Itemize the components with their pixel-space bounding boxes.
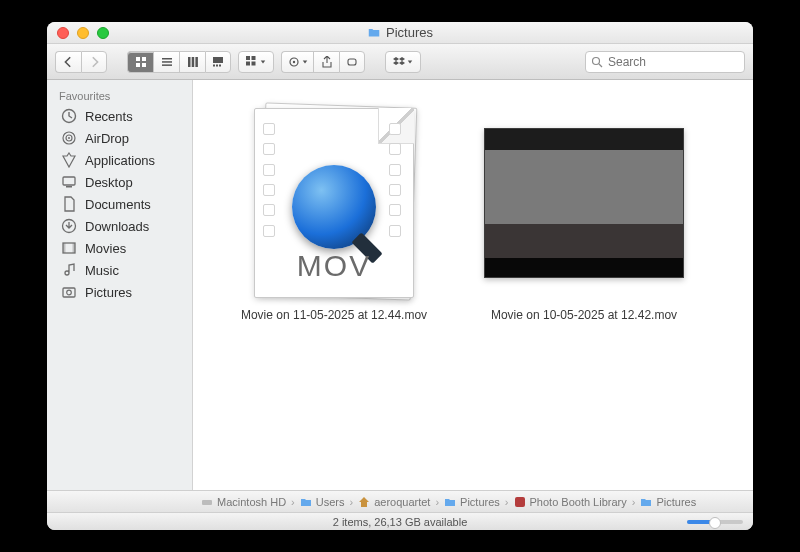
view-icon-button[interactable] [127, 51, 153, 73]
crumb-label: Pictures [656, 496, 696, 508]
movie-icon [61, 240, 77, 256]
sidebar-item-label: Music [85, 263, 119, 278]
share-button[interactable] [313, 51, 339, 73]
arrange-button[interactable] [238, 51, 274, 73]
nav-group [55, 51, 107, 73]
sidebar-header: Favourites [47, 86, 192, 105]
view-gallery-button[interactable] [205, 51, 231, 73]
sidebar-item-movies[interactable]: Movies [47, 237, 192, 259]
file-item[interactable]: Movie on 10-05-2025 at 12.42.mov [479, 108, 689, 322]
view-column-button[interactable] [179, 51, 205, 73]
search-input[interactable] [585, 51, 745, 73]
crumb-label: Pictures [460, 496, 500, 508]
sidebar-item-label: Recents [85, 109, 133, 124]
svg-rect-12 [216, 64, 218, 66]
apps-icon [61, 152, 77, 168]
sidebar-item-music[interactable]: Music [47, 259, 192, 281]
svg-rect-7 [188, 57, 191, 67]
content-area[interactable]: MOV Movie on 11-05-2025 at 12.44.mov Mov… [193, 80, 753, 490]
action-button[interactable] [281, 51, 313, 73]
svg-rect-35 [202, 500, 212, 505]
svg-line-22 [599, 64, 602, 67]
doc-icon [61, 196, 77, 212]
svg-rect-9 [195, 57, 198, 67]
crumb-label: aeroquartet [374, 496, 430, 508]
forward-button[interactable] [81, 51, 107, 73]
folder-icon [367, 26, 381, 40]
minimize-button[interactable] [77, 27, 89, 39]
back-button[interactable] [55, 51, 81, 73]
video-thumbnail [484, 128, 684, 278]
svg-point-34 [67, 290, 72, 295]
crumb-label: Macintosh HD [217, 496, 286, 508]
quicktime-icon [292, 165, 376, 249]
app-icon [514, 496, 526, 508]
svg-rect-4 [162, 58, 172, 60]
dropbox-button[interactable] [385, 51, 421, 73]
status-text: 2 items, 26,13 GB available [333, 516, 468, 528]
download-icon [61, 218, 77, 234]
sidebar-item-downloads[interactable]: Downloads [47, 215, 192, 237]
pictures-icon [61, 284, 77, 300]
svg-rect-15 [252, 56, 256, 60]
svg-rect-20 [348, 59, 356, 65]
svg-rect-33 [63, 288, 75, 297]
svg-rect-0 [136, 57, 140, 61]
path-crumb[interactable]: Users [298, 496, 347, 508]
svg-rect-27 [63, 177, 75, 185]
disk-icon [201, 496, 213, 508]
sidebar-item-pictures[interactable]: Pictures [47, 281, 192, 303]
toolbar [47, 44, 753, 80]
svg-rect-17 [252, 61, 256, 65]
folder-icon [300, 496, 312, 508]
arrange-group [238, 51, 274, 73]
svg-rect-28 [66, 186, 72, 188]
body: Favourites Recents AirDrop Applications … [47, 80, 753, 490]
svg-rect-14 [246, 56, 250, 60]
mov-file-icon: MOV [254, 108, 414, 298]
svg-rect-6 [162, 64, 172, 66]
view-group [127, 51, 231, 73]
tags-button[interactable] [339, 51, 365, 73]
path-crumb[interactable]: aeroquartet [356, 496, 432, 508]
icons-area: MOV Movie on 11-05-2025 at 12.44.mov Mov… [193, 80, 753, 350]
airdrop-icon [61, 130, 77, 146]
folder-icon [640, 496, 652, 508]
path-crumb[interactable]: Photo Booth Library [512, 496, 629, 508]
folder-icon [444, 496, 456, 508]
sidebar-item-desktop[interactable]: Desktop [47, 171, 192, 193]
sidebar-item-label: Downloads [85, 219, 149, 234]
path-crumb[interactable]: Pictures [442, 496, 502, 508]
sidebar-item-applications[interactable]: Applications [47, 149, 192, 171]
maximize-button[interactable] [97, 27, 109, 39]
sidebar-item-label: AirDrop [85, 131, 129, 146]
svg-rect-10 [213, 57, 223, 63]
view-list-button[interactable] [153, 51, 179, 73]
file-item[interactable]: MOV Movie on 11-05-2025 at 12.44.mov [229, 108, 439, 322]
path-crumb[interactable]: Pictures [638, 496, 698, 508]
action-share-group [281, 51, 365, 73]
svg-rect-1 [142, 57, 146, 61]
sidebar-item-recents[interactable]: Recents [47, 105, 192, 127]
crumb-label: Photo Booth Library [530, 496, 627, 508]
path-crumb[interactable]: Macintosh HD [199, 496, 288, 508]
sidebar-item-airdrop[interactable]: AirDrop [47, 127, 192, 149]
search-field[interactable] [585, 51, 745, 73]
svg-rect-8 [191, 57, 194, 67]
sidebar-item-documents[interactable]: Documents [47, 193, 192, 215]
svg-rect-13 [219, 64, 221, 66]
close-button[interactable] [57, 27, 69, 39]
path-bar: Macintosh HD › Users › aeroquartet › Pic… [47, 490, 753, 512]
crumb-label: Users [316, 496, 345, 508]
search-icon [591, 56, 603, 68]
svg-point-19 [292, 60, 294, 62]
file-name: Movie on 11-05-2025 at 12.44.mov [229, 308, 439, 322]
svg-point-26 [68, 137, 70, 139]
finder-window: Pictures Favour [47, 22, 753, 530]
chevron-right-icon: › [629, 496, 639, 508]
svg-rect-11 [213, 64, 215, 66]
zoom-slider[interactable] [687, 520, 743, 524]
svg-rect-3 [142, 63, 146, 67]
window-title: Pictures [367, 25, 433, 40]
window-title-text: Pictures [386, 25, 433, 40]
